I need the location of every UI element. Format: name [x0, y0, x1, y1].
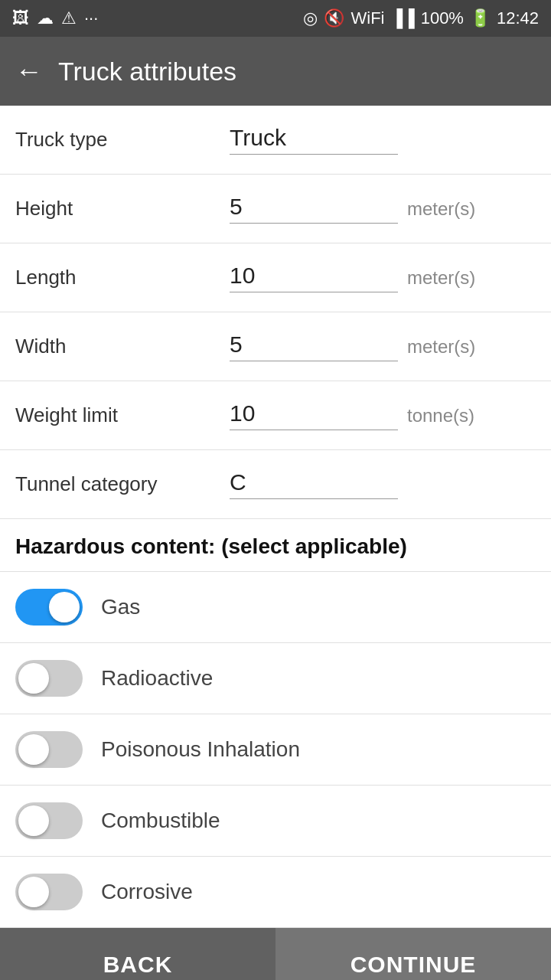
toggle-radioactive[interactable]: [15, 660, 83, 697]
form-label: Weight limit: [15, 403, 230, 427]
battery-icon: 🔋: [470, 8, 491, 28]
status-bar-left: 🖼 ☁ ⚠ ···: [12, 8, 98, 28]
header: ← Truck attributes: [0, 37, 551, 106]
page-title: Truck attributes: [58, 57, 236, 87]
toggle-thumb: [18, 877, 49, 907]
form-row-length: Lengthmeter(s): [0, 243, 551, 312]
form-input-height[interactable]: [230, 194, 398, 224]
battery-text: 100%: [421, 8, 464, 28]
footer: BACK CONTINUE: [0, 928, 551, 980]
toggle-row-radioactive: Radioactive: [0, 643, 551, 714]
form-input-length[interactable]: [230, 263, 398, 292]
form-label: Length: [15, 266, 230, 289]
more-icon: ···: [84, 8, 98, 28]
time: 12:42: [497, 8, 539, 28]
form-input-weight-limit[interactable]: [230, 400, 398, 430]
mute-icon: 🔇: [324, 8, 344, 28]
toggle-thumb: [18, 663, 49, 694]
form-unit: tonne(s): [407, 405, 474, 426]
signal-icon: ▐▐: [390, 8, 414, 28]
form-input-tunnel-category[interactable]: [230, 469, 398, 499]
form-unit: meter(s): [407, 336, 475, 358]
form-label: Width: [15, 335, 230, 358]
back-button[interactable]: ←: [15, 55, 43, 87]
form-row-tunnel-category: Tunnel category: [0, 450, 551, 519]
toggle-row-gas: Gas: [0, 572, 551, 643]
form-unit: meter(s): [407, 267, 475, 289]
form-label: Truck type: [15, 128, 230, 152]
form-input-width[interactable]: [230, 332, 398, 361]
form-fields: Truck typeHeightmeter(s)Lengthmeter(s)Wi…: [0, 106, 551, 519]
hazardous-items: GasRadioactivePoisonous InhalationCombus…: [0, 572, 551, 928]
warning-icon: ⚠: [61, 8, 77, 28]
toggle-combustible[interactable]: [15, 802, 83, 839]
form-row-width: Widthmeter(s): [0, 312, 551, 381]
toggle-label: Combustible: [101, 808, 220, 833]
main-content: Truck typeHeightmeter(s)Lengthmeter(s)Wi…: [0, 106, 551, 928]
form-row-truck-type: Truck type: [0, 106, 551, 175]
form-unit: meter(s): [407, 198, 475, 220]
cloud-icon: ☁: [37, 8, 54, 28]
toggle-row-combustible: Combustible: [0, 786, 551, 857]
hazardous-section-title: Hazardous content: (select applicable): [0, 519, 551, 572]
toggle-corrosive[interactable]: [15, 874, 83, 910]
toggle-thumb: [18, 734, 49, 765]
continue-button[interactable]: CONTINUE: [276, 928, 551, 980]
form-label: Tunnel category: [15, 472, 230, 496]
toggle-thumb: [49, 592, 80, 622]
back-button-footer[interactable]: BACK: [0, 928, 276, 980]
toggle-label: Poisonous Inhalation: [101, 737, 300, 762]
status-bar: 🖼 ☁ ⚠ ··· ◎ 🔇 WiFi ▐▐ 100% 🔋 12:42: [0, 0, 551, 37]
wifi-icon: WiFi: [350, 8, 384, 28]
toggle-row-poisonous-inhalation: Poisonous Inhalation: [0, 714, 551, 786]
form-label: Height: [15, 197, 230, 220]
image-icon: 🖼: [12, 8, 29, 28]
toggle-label: Gas: [101, 595, 140, 619]
toggle-label: Radioactive: [101, 666, 213, 691]
toggle-thumb: [18, 805, 49, 836]
toggle-gas[interactable]: [15, 589, 83, 626]
toggle-label: Corrosive: [101, 880, 193, 904]
form-row-weight-limit: Weight limittonne(s): [0, 381, 551, 450]
location-icon: ◎: [303, 8, 318, 28]
status-bar-right: ◎ 🔇 WiFi ▐▐ 100% 🔋 12:42: [303, 8, 539, 28]
form-input-truck-type[interactable]: [230, 125, 398, 155]
toggle-row-corrosive: Corrosive: [0, 857, 551, 928]
toggle-poisonous-inhalation[interactable]: [15, 731, 83, 768]
form-row-height: Heightmeter(s): [0, 175, 551, 243]
